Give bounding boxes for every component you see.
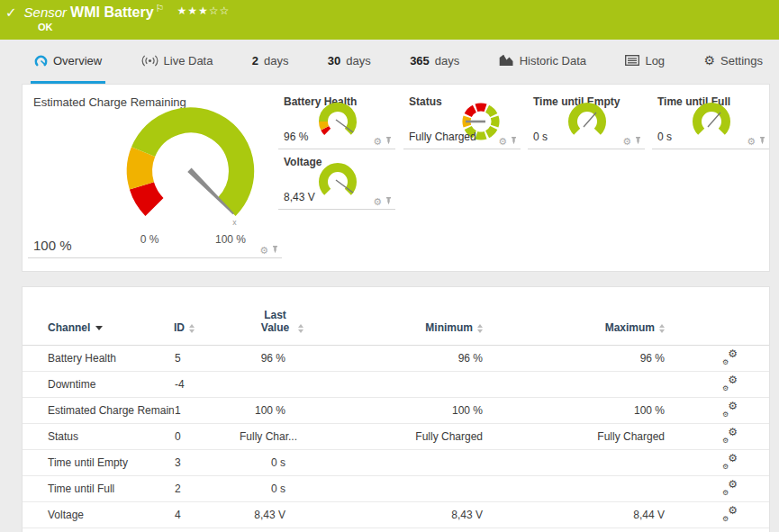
channel-minimum: 100 % <box>322 398 506 424</box>
column-header-channel[interactable]: Channel <box>23 287 174 346</box>
gauge-gear-icon[interactable]: ⚙ <box>259 246 268 255</box>
channel-settings-icon[interactable]: ⚙⚙ <box>722 455 738 469</box>
sensor-kind-label: Sensor <box>24 5 68 20</box>
tab-settings[interactable]: ⚙ Settings <box>700 40 766 84</box>
gauge-scale-max: 100 % <box>208 233 253 246</box>
table-row[interactable]: Estimated Charge Remaini... 1 100 % 100 … <box>23 398 769 424</box>
gauge-tile-battery-health[interactable]: Battery Health 96 % ⚙ <box>278 92 395 149</box>
tab-365-days-unit: days <box>435 54 459 68</box>
table-row[interactable]: Voltage 4 8,43 V 8,43 V 8,44 V ⚙⚙ <box>23 502 769 528</box>
table-row[interactable]: Status 0 Fully Char... Fully Charged Ful… <box>23 424 769 450</box>
channel-name[interactable]: Battery Health <box>23 346 174 372</box>
table-row[interactable]: Time until Full 2 0 s ⚙⚙ <box>23 476 769 502</box>
gauge-title: Status <box>409 95 442 108</box>
column-header-channel-label: Channel <box>48 321 90 334</box>
log-list-icon <box>625 55 639 66</box>
gauge-icon <box>34 54 48 68</box>
tab-overview-label: Overview <box>53 54 102 68</box>
column-header-maximum-label: Maximum <box>605 321 655 334</box>
gauge-tile-status[interactable]: Status Fully Charged ⚙ <box>403 92 521 149</box>
pin-icon[interactable] <box>758 137 766 146</box>
tab-30-days-unit: days <box>346 54 370 68</box>
gauge-tile-estimated-charge[interactable]: Estimated Charge Remaining x 0 % 100 % 1… <box>28 92 282 258</box>
tab-log[interactable]: Log <box>621 40 668 84</box>
sensor-ok-check-icon: ✓ <box>5 5 17 20</box>
tab-live-data-label: Live Data <box>164 54 213 68</box>
gauge-value: 100 % <box>33 238 72 253</box>
column-header-last-value-label: Last Value <box>258 309 294 334</box>
table-row[interactable]: Downtime -4 ⚙⚙ <box>23 372 769 398</box>
sensor-header: ✓SensorWMI Battery⚐★★★☆☆ OK <box>0 0 779 40</box>
channel-settings-icon[interactable]: ⚙⚙ <box>722 376 738 391</box>
channel-id: -4 <box>174 372 239 398</box>
channel-last-value: 8,43 V <box>239 502 322 528</box>
channel-name[interactable]: Voltage <box>23 502 174 528</box>
channel-settings-icon[interactable]: ⚙⚙ <box>722 402 738 417</box>
channel-minimum <box>322 372 506 398</box>
gauge-value: 0 s <box>657 131 672 143</box>
column-header-id[interactable]: ID <box>174 287 239 346</box>
pin-icon[interactable] <box>271 246 279 255</box>
column-header-last-value[interactable]: Last Value <box>239 287 322 346</box>
tab-30-days[interactable]: 30 days <box>324 40 375 84</box>
gauge-gear-icon[interactable]: ⚙ <box>498 137 507 146</box>
gauge-tile-voltage[interactable]: Voltage 8,43 V ⚙ <box>278 152 395 210</box>
channel-last-value: 0 s <box>239 450 322 476</box>
channel-minimum: 96 % <box>322 346 506 372</box>
channel-id: 2 <box>174 476 239 502</box>
channel-name[interactable]: Time until Empty <box>23 450 174 476</box>
channel-last-value: 96 % <box>239 346 322 372</box>
sensor-title: WMI Battery <box>70 5 153 20</box>
pin-icon[interactable] <box>510 137 518 146</box>
pin-icon[interactable] <box>385 137 393 146</box>
column-header-maximum[interactable]: Maximum <box>506 287 691 346</box>
gauge-value: 96 % <box>284 131 308 143</box>
tab-bar: Overview Live Data 2 days 30 days 365 da… <box>0 40 779 84</box>
gauge-tile-time-until-empty[interactable]: Time until Empty 0 s ⚙ <box>528 92 645 149</box>
sort-icon <box>298 324 303 333</box>
tab-historic-data[interactable]: Historic Data <box>495 40 590 84</box>
gauge-gear-icon[interactable]: ⚙ <box>373 197 382 206</box>
channel-id: 5 <box>174 346 239 372</box>
tab-2-days-unit: days <box>264 54 288 68</box>
channel-settings-icon[interactable]: ⚙⚙ <box>722 507 738 521</box>
column-header-id-label: ID <box>174 321 185 334</box>
sort-icon <box>477 324 483 333</box>
column-header-minimum[interactable]: Minimum <box>322 287 506 346</box>
channel-name[interactable]: Downtime <box>23 372 174 398</box>
flag-icon[interactable]: ⚐ <box>156 3 165 14</box>
channel-settings-icon[interactable]: ⚙⚙ <box>722 481 738 495</box>
area-chart-icon <box>499 54 514 67</box>
primary-gauge-dial: x <box>107 106 274 239</box>
channel-maximum <box>506 476 691 502</box>
tab-overview[interactable]: Overview <box>31 40 105 84</box>
channels-table-panel: Channel ID Last Value Minimum Maximum <box>22 286 770 532</box>
channel-last-value: 100 % <box>239 398 322 424</box>
table-row[interactable]: Time until Empty 3 0 s ⚙⚙ <box>23 450 769 476</box>
channel-settings-icon[interactable]: ⚙⚙ <box>722 428 738 443</box>
table-row[interactable]: Battery Health 5 96 % 96 % 96 % ⚙⚙ <box>23 346 769 372</box>
channel-maximum <box>506 450 691 476</box>
gauge-scale-min: 0 % <box>127 233 172 246</box>
channel-settings-icon[interactable]: ⚙⚙ <box>722 350 738 365</box>
gauge-gear-icon[interactable]: ⚙ <box>373 137 382 146</box>
gauge-tile-time-until-full[interactable]: Time until Full 0 s ⚙ <box>652 92 769 149</box>
pin-icon[interactable] <box>385 197 393 206</box>
channel-name[interactable]: Time until Full <box>23 476 174 502</box>
channel-maximum: 8,44 V <box>506 502 691 528</box>
time-until-empty-gauge-dial <box>562 100 612 145</box>
channel-name[interactable]: Estimated Charge Remaini... <box>23 398 174 424</box>
tab-2-days[interactable]: 2 days <box>249 40 293 84</box>
tab-365-days-number: 365 <box>410 54 430 68</box>
channel-name[interactable]: Status <box>23 424 174 450</box>
channel-minimum: 8,43 V <box>322 502 506 528</box>
gauge-gear-icon[interactable]: ⚙ <box>747 137 756 146</box>
gauge-gear-icon[interactable]: ⚙ <box>622 137 631 146</box>
gauge-value: Fully Charged <box>409 131 476 143</box>
tab-live-data[interactable]: Live Data <box>138 40 217 84</box>
gauge-value: 0 s <box>533 131 548 143</box>
pin-icon[interactable] <box>634 137 642 146</box>
tab-365-days[interactable]: 365 days <box>406 40 463 84</box>
channel-id: 0 <box>174 424 239 450</box>
priority-stars[interactable]: ★★★☆☆ <box>177 5 230 17</box>
